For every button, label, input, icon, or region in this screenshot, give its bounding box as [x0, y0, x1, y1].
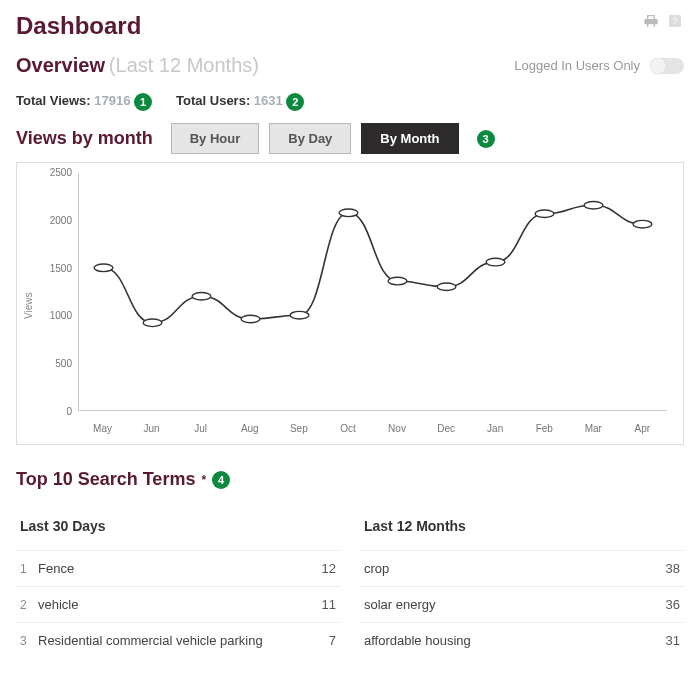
last-12-months-heading: Last 12 Months [360, 508, 684, 550]
row-rank: 1 [20, 562, 38, 576]
svg-point-12 [584, 201, 603, 209]
chart-xtick: Feb [520, 423, 569, 434]
row-count: 38 [650, 561, 680, 576]
chart-ytick: 1500 [36, 263, 72, 274]
chart-xtick: Mar [569, 423, 618, 434]
by-day-button[interactable]: By Day [269, 123, 351, 154]
total-views-value: 17916 [94, 93, 130, 108]
row-term: crop [364, 561, 650, 576]
search-terms-star: * [201, 473, 206, 487]
table-row: crop38 [360, 550, 684, 586]
search-terms-title: Top 10 Search Terms [16, 469, 195, 490]
svg-point-11 [535, 210, 554, 218]
annotation-1: 1 [134, 93, 152, 111]
annotation-4: 4 [212, 471, 230, 489]
total-users-label: Total Users: [176, 93, 250, 108]
chart-ytick: 2500 [36, 167, 72, 178]
svg-point-13 [633, 220, 652, 228]
table-row: affordable housing31 [360, 622, 684, 658]
svg-point-4 [192, 292, 211, 300]
chart-xtick: Aug [225, 423, 274, 434]
row-count: 12 [306, 561, 336, 576]
help-icon[interactable]: ? [666, 12, 684, 30]
svg-point-8 [388, 277, 407, 285]
last-12-months-table: Last 12 Months crop38solar energy36affor… [360, 508, 684, 658]
chart-ylabel: Views [21, 167, 36, 444]
page-title: Dashboard [16, 12, 141, 40]
row-count: 36 [650, 597, 680, 612]
overview-subtitle: (Last 12 Months) [109, 54, 259, 76]
row-term: vehicle [38, 597, 306, 612]
chart-xtick: Jul [176, 423, 225, 434]
views-by-month-title: Views by month [16, 128, 153, 149]
svg-point-10 [486, 258, 505, 266]
total-users-value: 1631 [254, 93, 283, 108]
chart-xtick: Jun [127, 423, 176, 434]
last-30-days-heading: Last 30 Days [16, 508, 340, 550]
chart-xtick: Dec [422, 423, 471, 434]
row-count: 31 [650, 633, 680, 648]
overview-title: Overview [16, 54, 105, 76]
by-hour-button[interactable]: By Hour [171, 123, 260, 154]
chart-ytick: 2000 [36, 215, 72, 226]
by-month-button[interactable]: By Month [361, 123, 458, 154]
row-rank: 3 [20, 634, 38, 648]
row-term: affordable housing [364, 633, 650, 648]
total-views-label: Total Views: [16, 93, 91, 108]
logged-in-toggle[interactable] [650, 58, 684, 74]
row-term: Fence [38, 561, 306, 576]
row-count: 7 [306, 633, 336, 648]
chart-xtick: Jan [471, 423, 520, 434]
logged-in-label: Logged In Users Only [514, 58, 640, 73]
row-count: 11 [306, 597, 336, 612]
chart-ytick: 500 [36, 358, 72, 369]
chart-xtick: May [78, 423, 127, 434]
print-icon[interactable] [642, 12, 660, 30]
row-rank: 2 [20, 598, 38, 612]
svg-point-2 [94, 264, 113, 272]
row-term: Residential commercial vehicle parking [38, 633, 306, 648]
svg-point-9 [437, 283, 456, 291]
chart-xtick: Nov [372, 423, 421, 434]
chart-xtick: Oct [323, 423, 372, 434]
chart-ytick: 1000 [36, 310, 72, 321]
chart-xtick: Sep [274, 423, 323, 434]
table-row: 2vehicle11 [16, 586, 340, 622]
svg-point-6 [290, 311, 309, 319]
svg-point-5 [241, 315, 260, 323]
svg-point-7 [339, 209, 358, 217]
chart-ytick: 0 [36, 406, 72, 417]
row-term: solar energy [364, 597, 650, 612]
svg-point-3 [143, 319, 162, 327]
views-chart: Views 25002000150010005000 MayJunJulAugS… [16, 162, 684, 445]
table-row: solar energy36 [360, 586, 684, 622]
svg-text:?: ? [672, 16, 677, 26]
last-30-days-table: Last 30 Days 1Fence122vehicle113Resident… [16, 508, 340, 658]
annotation-2: 2 [286, 93, 304, 111]
annotation-3: 3 [477, 130, 495, 148]
table-row: 1Fence12 [16, 550, 340, 586]
table-row: 3Residential commercial vehicle parking7 [16, 622, 340, 658]
chart-xtick: Apr [618, 423, 667, 434]
